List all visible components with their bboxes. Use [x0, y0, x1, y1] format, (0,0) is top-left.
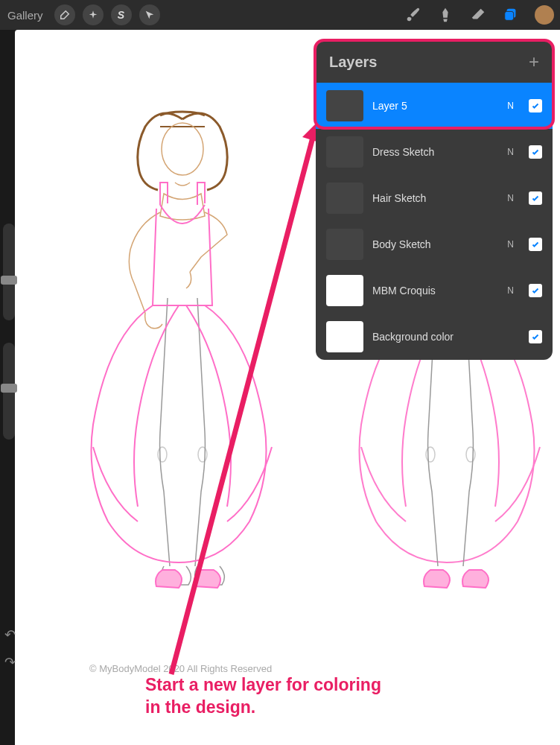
layers-title: Layers	[329, 54, 378, 71]
layer-blend-mode[interactable]: N	[507, 101, 514, 111]
smudge-tool-icon[interactable]	[436, 6, 454, 24]
layer-item[interactable]: Background color	[316, 314, 553, 360]
top-toolbar: Gallery S	[0, 0, 560, 30]
svg-point-6	[466, 447, 475, 462]
transform-button[interactable]	[139, 4, 160, 25]
sidebar-sliders	[3, 224, 21, 462]
layer-name: Layer 5	[372, 100, 498, 112]
layer-visibility-checkbox[interactable]	[529, 99, 542, 112]
layer-visibility-checkbox[interactable]	[529, 330, 542, 343]
selection-button[interactable]: S	[111, 4, 132, 25]
layer-thumbnail	[326, 321, 363, 352]
layer-name: Body Sketch	[372, 238, 498, 250]
layer-blend-mode[interactable]: N	[507, 193, 514, 203]
layer-thumbnail	[326, 229, 363, 260]
layers-panel-header: Layers +	[316, 41, 553, 83]
layer-item[interactable]: Dress SketchN	[316, 129, 553, 175]
svg-rect-1	[505, 11, 514, 20]
brush-tool-icon[interactable]	[404, 6, 421, 24]
undo-redo-group: ↶ ↷	[4, 627, 16, 670]
layer-blend-mode[interactable]: N	[507, 239, 514, 250]
layer-visibility-checkbox[interactable]	[529, 145, 542, 159]
actions-button[interactable]	[54, 4, 75, 25]
layer-blend-mode[interactable]: N	[507, 285, 514, 296]
svg-point-4	[198, 447, 207, 462]
layers-panel: Layers + Layer 5NDress SketchNHair Sketc…	[316, 41, 553, 360]
layer-name: Dress Sketch	[372, 146, 498, 158]
undo-button[interactable]: ↶	[4, 627, 16, 643]
eraser-tool-icon[interactable]	[469, 6, 487, 24]
svg-point-3	[158, 447, 167, 462]
layer-visibility-checkbox[interactable]	[529, 191, 542, 205]
layer-name: MBM Croquis	[372, 285, 498, 297]
gallery-button[interactable]: Gallery	[7, 9, 43, 22]
layer-name: Background color	[372, 331, 520, 343]
layer-item[interactable]: MBM CroquisN	[316, 267, 553, 314]
layer-thumbnail	[326, 136, 363, 168]
add-layer-button[interactable]: +	[529, 51, 539, 72]
layer-blend-mode[interactable]: N	[507, 147, 514, 157]
redo-button[interactable]: ↷	[4, 654, 16, 670]
annotation-callout: Start a new layer for coloring in the de…	[145, 674, 381, 719]
layer-item[interactable]: Layer 5N	[316, 83, 553, 129]
opacity-slider[interactable]	[3, 343, 15, 440]
layer-visibility-checkbox[interactable]	[529, 238, 542, 251]
brush-size-slider[interactable]	[3, 224, 15, 320]
layers-button-icon[interactable]	[502, 6, 520, 24]
layer-item[interactable]: Hair SketchN	[316, 175, 553, 221]
layer-visibility-checkbox[interactable]	[529, 284, 542, 297]
figure-sketch-left	[52, 89, 313, 641]
layer-name: Hair Sketch	[372, 192, 498, 204]
layer-thumbnail	[326, 275, 363, 306]
color-picker[interactable]	[535, 5, 554, 25]
copyright-text: © MyBodyModel 2020 All Rights Reserved	[89, 663, 272, 674]
svg-point-5	[426, 447, 435, 462]
adjustments-button[interactable]	[83, 4, 104, 25]
svg-point-2	[162, 123, 203, 175]
layer-thumbnail	[326, 90, 363, 121]
layer-item[interactable]: Body SketchN	[316, 221, 553, 267]
layer-thumbnail	[326, 183, 363, 214]
